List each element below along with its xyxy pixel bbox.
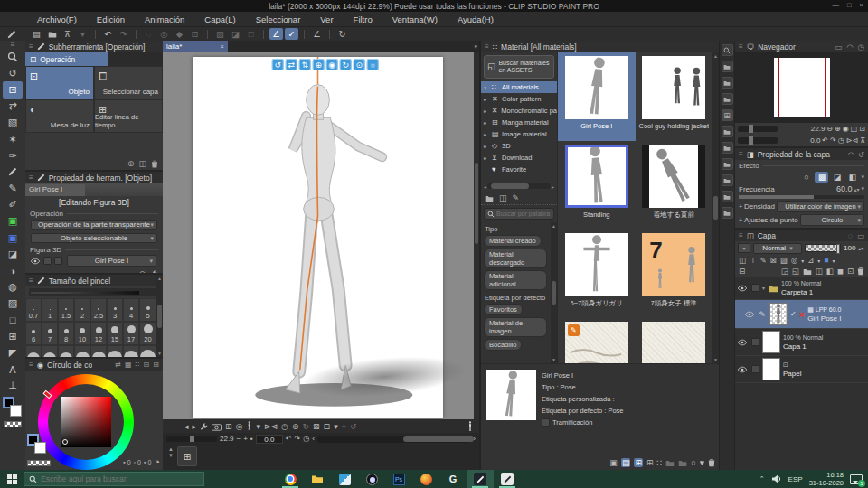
camera-rotate-icon[interactable]: ↺	[272, 59, 284, 70]
brush-size-option[interactable]: 8	[58, 322, 74, 345]
menu-filtro[interactable]: Filtro	[344, 14, 382, 24]
subtool-detail-icon[interactable]	[150, 269, 158, 273]
reset-property-icon[interactable]: ⊙	[138, 269, 146, 273]
taskbar-clip-studio-icon[interactable]	[467, 470, 494, 488]
brush-size-option[interactable]: 2.5	[90, 298, 107, 322]
taskbar-photoshop-icon[interactable]: Ps	[385, 470, 412, 488]
delete-subtool-icon[interactable]	[151, 159, 158, 168]
menu-archivo[interactable]: Archivo(F)	[27, 14, 87, 24]
selection-border-icon[interactable]: ⊡	[188, 28, 202, 40]
figure-visibility-eye-icon[interactable]	[30, 257, 41, 266]
favorite-material-icon[interactable]: ♥	[700, 458, 704, 467]
save-dropdown-icon[interactable]: ▾	[76, 28, 90, 40]
layer-color-icon[interactable]: ■	[824, 256, 828, 265]
layer-row-papel[interactable]: ⊡ Papel	[735, 356, 868, 383]
brush-size-option[interactable]: 12	[90, 322, 107, 345]
menu-edicion[interactable]: Edición	[87, 14, 135, 24]
brush-size-option[interactable]: 10	[74, 322, 90, 345]
material-grid-scrollbar[interactable]: ▲▼	[712, 52, 719, 363]
rotate-view-icon[interactable]: ↻	[335, 28, 349, 40]
material-item[interactable]: Cool guy holding jacket	[636, 52, 713, 141]
tramificacion-checkbox[interactable]	[542, 418, 550, 427]
tree-download[interactable]: ▸⊻Download	[481, 152, 557, 164]
tile-view-icon[interactable]: ∷	[656, 458, 662, 467]
tree-all-materials[interactable]: ▾∷All materials	[481, 81, 557, 93]
item-bank-tab-icon[interactable]: ◠	[846, 42, 853, 52]
material-shortcut-folder-2[interactable]	[722, 77, 733, 89]
rotate-joint-icon[interactable]: ↻	[303, 422, 310, 431]
reference-layer-icon[interactable]: ⊤	[750, 256, 756, 265]
brush-size-option[interactable]	[90, 345, 107, 357]
paste-to-canvas-icon[interactable]	[665, 458, 675, 467]
reset-rotation-icon[interactable]: ◷	[303, 435, 309, 443]
brush-size-option[interactable]: 15	[107, 322, 123, 345]
layer-color-effect-icon[interactable]: ◪	[830, 172, 844, 183]
draft-layer-icon[interactable]: ✎	[760, 256, 766, 265]
navigator-zoom-slider[interactable]	[738, 126, 778, 132]
panel-menu-icon[interactable]: ≡	[29, 361, 33, 369]
clear-icon[interactable]: ▧	[213, 28, 227, 40]
eraser-tool[interactable]: ◪	[3, 246, 23, 262]
duplicate-icon[interactable]: ◫	[499, 193, 507, 202]
brush-tool[interactable]: ✐	[3, 197, 23, 213]
figure-tool[interactable]: □	[3, 312, 23, 328]
apply-material-icon[interactable]: ○	[691, 458, 695, 467]
layer-color-more-icon[interactable]: ▾	[832, 258, 835, 264]
panel-menu-icon[interactable]: ≡	[29, 277, 33, 285]
layer-search-tab-icon[interactable]: ◌	[848, 231, 853, 240]
airbrush-tool[interactable]: ▣	[3, 213, 23, 230]
selection-tool[interactable]: ▧	[3, 115, 23, 131]
zoom-tool[interactable]	[3, 49, 23, 65]
menu-seleccionar[interactable]: Seleccionar	[246, 14, 311, 24]
tree-3d[interactable]: ▸◇3D	[481, 140, 557, 152]
taskbar-game-icon[interactable]	[412, 470, 439, 488]
deselect-icon[interactable]: ◌	[142, 28, 156, 40]
brush-size-option[interactable]	[25, 345, 42, 357]
assets-search-button[interactable]: ◱ Buscar materiales en ASSETS	[484, 55, 554, 79]
tag-favoritos[interactable]: Favoritos	[484, 304, 523, 315]
nav-flip-vertical-icon[interactable]: ⊼	[860, 136, 865, 145]
merge-layer-icon[interactable]: ◧	[826, 267, 834, 277]
layer-row-girl-pose[interactable]: ✎ ✓ × ▩LPP 60.0 Girl Pose I	[735, 300, 868, 329]
material-shortcut-folder-8[interactable]	[722, 191, 733, 202]
color-slider-tab-icon[interactable]: ⇄	[115, 361, 121, 369]
subtool-item-editar-linea-tiempo[interactable]: ⊞ Editar línea de tiempo	[94, 99, 163, 133]
operation-tool[interactable]: ⊡	[3, 81, 23, 98]
subtool-item-mesa-de-luz[interactable]: ◐ Mesa de luz	[25, 99, 94, 133]
material-item[interactable]: 7 7頭身女子 標準	[636, 230, 713, 318]
delete-layer-icon[interactable]	[857, 267, 864, 277]
canvas-horizontal-scrollbar[interactable]	[317, 436, 471, 443]
model-window-icon[interactable]: ⊡	[324, 422, 331, 431]
material-search-input[interactable]	[496, 211, 551, 217]
nav-fit-icon[interactable]: ◉	[843, 125, 849, 133]
brush-size-option[interactable]: 2	[74, 298, 90, 322]
close-button[interactable]: ×	[860, 1, 863, 9]
zoom-in-icon[interactable]: +	[243, 435, 248, 443]
info-tab-icon[interactable]: ◷	[858, 42, 864, 52]
camera-pan-icon[interactable]: ⇄	[286, 59, 297, 70]
subtool-group-tab[interactable]: ⊡ Operación	[25, 52, 108, 66]
ruler-tool[interactable]: ⊥	[3, 378, 23, 394]
add-subtool-icon[interactable]: ⊕	[127, 159, 135, 168]
toolbar-menu-icon[interactable]: ≡	[11, 42, 15, 49]
new-folder-icon[interactable]	[485, 193, 494, 202]
snap-grid-icon[interactable]: ∠	[310, 28, 324, 40]
change-panel-icon[interactable]: ⊟	[739, 267, 745, 276]
tree-monochromatic[interactable]: ▸✕Monochromatic pa	[481, 105, 557, 117]
snap-special-ruler-icon[interactable]: ✓	[285, 28, 298, 40]
auto-select-tool[interactable]: ✶	[3, 131, 23, 147]
sv-marker[interactable]	[62, 439, 68, 445]
pose-preset-icon[interactable]	[246, 421, 252, 431]
rotation-value[interactable]: 0.0	[256, 435, 283, 444]
model-plane-move-icon[interactable]: ⊙	[354, 59, 365, 70]
brush-size-option[interactable]	[123, 345, 139, 357]
eyedropper-tool[interactable]: ✑	[3, 147, 23, 164]
material-search-box[interactable]	[484, 208, 554, 220]
flip-pose-icon[interactable]: ⊳⊲	[264, 422, 278, 431]
background-color-swatch[interactable]	[10, 405, 22, 417]
material-shortcut-all[interactable]: ⊞	[722, 109, 733, 121]
nav-actual-size-icon[interactable]: ◫	[851, 125, 858, 133]
correct-line-tool[interactable]: ◤	[3, 344, 23, 361]
layer-3d-disabled-icon[interactable]: ×	[799, 310, 805, 319]
tree-manga-material[interactable]: ▸⊞Manga material	[481, 117, 557, 128]
